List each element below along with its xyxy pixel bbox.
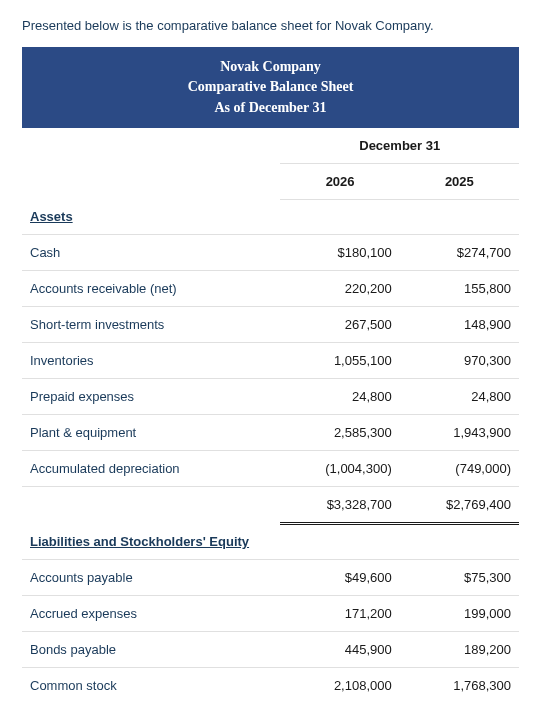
label-accdep: Accumulated depreciation [22, 451, 280, 487]
section-assets-title-row: Assets [22, 199, 519, 235]
accr-2026: 171,200 [280, 595, 399, 631]
inv-2025: 970,300 [400, 343, 519, 379]
label-prepaid: Prepaid expenses [22, 379, 280, 415]
inv-2026: 1,055,100 [280, 343, 399, 379]
as-of-line: As of December 31 [22, 98, 519, 118]
label-inv: Inventories [22, 343, 280, 379]
label-bonds: Bonds payable [22, 631, 280, 667]
sti-2026: 267,500 [280, 307, 399, 343]
row-acc-dep: Accumulated depreciation (1,004,300) (74… [22, 451, 519, 487]
column-group: December 31 [280, 128, 519, 164]
company-name: Novak Company [22, 57, 519, 77]
label-cash: Cash [22, 235, 280, 271]
label-accr: Accrued expenses [22, 595, 280, 631]
row-assets-total: $3,328,700 $2,769,400 [22, 487, 519, 524]
assets-total-2025: $2,769,400 [400, 487, 519, 524]
accr-2025: 199,000 [400, 595, 519, 631]
intro-text: Presented below is the comparative balan… [22, 18, 519, 33]
pe-2026: 2,585,300 [280, 415, 399, 451]
row-cash: Cash $180,100 $274,700 [22, 235, 519, 271]
label-ap: Accounts payable [22, 559, 280, 595]
column-group-row: December 31 [22, 128, 519, 164]
accdep-2026: (1,004,300) [280, 451, 399, 487]
label-sti: Short-term investments [22, 307, 280, 343]
pe-2025: 1,943,900 [400, 415, 519, 451]
row-common-stock: Common stock 2,108,000 1,768,300 [22, 667, 519, 702]
row-bonds: Bonds payable 445,900 189,200 [22, 631, 519, 667]
balance-sheet-table: December 31 2026 2025 Assets Cash $180,1… [22, 128, 519, 702]
cash-2026: $180,100 [280, 235, 399, 271]
assets-section-title: Assets [30, 209, 73, 224]
bonds-2025: 189,200 [400, 631, 519, 667]
label-cs: Common stock [22, 667, 280, 702]
row-inventories: Inventories 1,055,100 970,300 [22, 343, 519, 379]
bonds-2026: 445,900 [280, 631, 399, 667]
prepaid-2025: 24,800 [400, 379, 519, 415]
row-plant-equipment: Plant & equipment 2,585,300 1,943,900 [22, 415, 519, 451]
cash-2025: $274,700 [400, 235, 519, 271]
sheet-title: Comparative Balance Sheet [22, 77, 519, 97]
col-2026-header: 2026 [280, 163, 399, 199]
ap-2025: $75,300 [400, 559, 519, 595]
row-ar: Accounts receivable (net) 220,200 155,80… [22, 271, 519, 307]
ap-2026: $49,600 [280, 559, 399, 595]
section-liab-title-row: Liabilities and Stockholders' Equity [22, 524, 519, 560]
cs-2026: 2,108,000 [280, 667, 399, 702]
prepaid-2026: 24,800 [280, 379, 399, 415]
sti-2025: 148,900 [400, 307, 519, 343]
row-sti: Short-term investments 267,500 148,900 [22, 307, 519, 343]
sheet-header: Novak Company Comparative Balance Sheet … [22, 47, 519, 128]
row-prepaid: Prepaid expenses 24,800 24,800 [22, 379, 519, 415]
row-accrued: Accrued expenses 171,200 199,000 [22, 595, 519, 631]
ar-2026: 220,200 [280, 271, 399, 307]
accdep-2025: (749,000) [400, 451, 519, 487]
liab-section-title: Liabilities and Stockholders' Equity [30, 534, 249, 549]
label-pe: Plant & equipment [22, 415, 280, 451]
year-row: 2026 2025 [22, 163, 519, 199]
row-ap: Accounts payable $49,600 $75,300 [22, 559, 519, 595]
label-ar: Accounts receivable (net) [22, 271, 280, 307]
ar-2025: 155,800 [400, 271, 519, 307]
cs-2025: 1,768,300 [400, 667, 519, 702]
assets-total-2026: $3,328,700 [280, 487, 399, 524]
col-2025-header: 2025 [400, 163, 519, 199]
